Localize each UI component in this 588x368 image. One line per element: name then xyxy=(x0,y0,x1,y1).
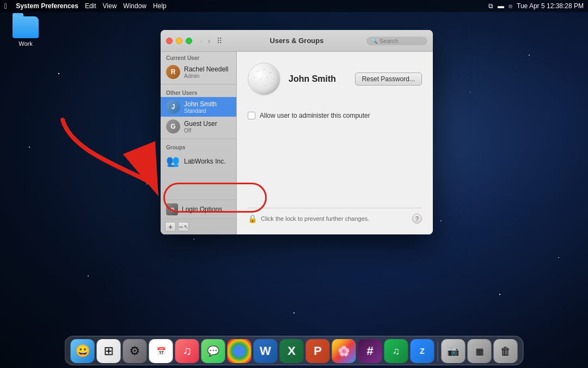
dock-item-image-capture[interactable]: 📷 xyxy=(442,339,465,363)
groups-label: Groups xyxy=(161,141,236,152)
dock: 😀 ⊞ ⚙ 📅 ♫ 💬 W X P 🌸 xyxy=(65,336,524,365)
nav-arrows: ‹ › xyxy=(198,35,212,46)
reset-password-button[interactable]: Reset Password... xyxy=(355,73,422,86)
labworks-name: LabWorks Inc. xyxy=(184,158,225,165)
lock-icon[interactable]: 🔒 xyxy=(248,214,256,223)
music-icon: ♫ xyxy=(182,344,192,358)
forward-arrow[interactable]: › xyxy=(206,35,213,46)
sidebar-divider-1 xyxy=(161,84,236,85)
guest-avatar-image: G xyxy=(166,119,180,134)
sidebar-item-guest[interactable]: G Guest User Off xyxy=(161,117,236,136)
calendar-icon: 📅 xyxy=(156,347,166,355)
slack-icon: # xyxy=(366,344,373,358)
user-header: John Smith Reset Password... xyxy=(248,63,422,95)
rachel-name: Rachel Needell xyxy=(184,65,228,73)
close-button[interactable] xyxy=(166,38,173,44)
word-icon: W xyxy=(260,344,271,358)
guest-role: Off xyxy=(184,128,217,134)
image-capture-icon: 📷 xyxy=(448,345,460,357)
bottom-bar: 🔒 Click the lock to prevent further chan… xyxy=(248,208,422,224)
sidebar-footer: ⚙ Login Options + − ↖ Delete the selecte… xyxy=(161,200,236,234)
desktop:  System Preferences Edit View Window He… xyxy=(0,0,588,368)
menubar-left:  System Preferences Edit View Window He… xyxy=(4,2,167,10)
rachel-info: Rachel Needell Admin xyxy=(184,65,228,79)
dock-item-trash[interactable]: 🗑 xyxy=(494,339,518,363)
dock-item-extras[interactable]: ▦ xyxy=(468,339,492,363)
admin-checkbox-label: Allow user to administer this computer xyxy=(260,112,370,119)
zoom-button[interactable] xyxy=(186,38,192,44)
menubar-wifi-icon: ⌾ xyxy=(509,2,512,10)
dock-item-excel[interactable]: X xyxy=(280,339,304,363)
sidebar: Current User R Rachel Needell Admin Othe… xyxy=(161,52,237,234)
sidebar-item-labworks[interactable]: 👥 LabWorks Inc. xyxy=(161,152,236,171)
dock-item-photos[interactable]: 🌸 xyxy=(332,339,356,363)
rachel-avatar: R xyxy=(166,65,180,79)
other-users-label: Other Users xyxy=(161,87,236,97)
powerpoint-icon: P xyxy=(314,344,322,358)
back-arrow[interactable]: ‹ xyxy=(198,35,205,46)
folder-icon xyxy=(13,16,39,38)
dock-item-spotify[interactable]: ♫ xyxy=(384,339,408,363)
menubar:  System Preferences Edit View Window He… xyxy=(0,0,588,12)
help-button[interactable]: ? xyxy=(412,214,422,224)
search-box[interactable]: 🔍 xyxy=(366,37,427,45)
menubar-dropbox-icon: ⧉ xyxy=(488,2,493,10)
menu-window[interactable]: Window xyxy=(123,2,146,10)
messages-icon: 💬 xyxy=(207,345,219,357)
dock-item-calendar[interactable]: 📅 xyxy=(149,339,173,363)
avatar-image: R xyxy=(166,65,180,79)
dock-item-launchpad[interactable]: ⊞ xyxy=(97,339,121,363)
launchpad-icon: ⊞ xyxy=(104,344,114,358)
dock-item-finder[interactable]: 😀 xyxy=(71,339,95,363)
dock-item-system-preferences[interactable]: ⚙ xyxy=(123,339,147,363)
trash-icon: 🗑 xyxy=(500,345,511,358)
lock-text: Click the lock to prevent further change… xyxy=(261,215,369,222)
cursor-icon: ↖ xyxy=(184,225,188,230)
dock-item-zoom[interactable]: Z xyxy=(411,339,434,363)
sidebar-item-john[interactable]: J John Smith Standard xyxy=(161,97,236,117)
labworks-avatar: 👥 xyxy=(166,154,180,168)
menu-view[interactable]: View xyxy=(103,2,117,10)
menu-edit[interactable]: Edit xyxy=(85,2,96,10)
grid-icon[interactable]: ⠿ xyxy=(217,37,222,45)
menubar-battery-icon: ▬ xyxy=(498,2,504,10)
excel-icon: X xyxy=(287,344,296,358)
remove-user-button[interactable]: − ↖ xyxy=(178,222,189,232)
guest-name: Guest User xyxy=(184,120,217,128)
admin-checkbox[interactable] xyxy=(248,112,255,119)
add-user-button[interactable]: + xyxy=(165,222,176,232)
photos-icon: 🌸 xyxy=(338,345,350,357)
folder-label: Work xyxy=(19,40,32,47)
dock-item-slack[interactable]: # xyxy=(358,339,382,363)
window-title: Users & Groups xyxy=(270,37,324,45)
dock-item-powerpoint[interactable]: P xyxy=(306,339,330,363)
dock-item-messages[interactable]: 💬 xyxy=(201,339,225,363)
traffic-lights xyxy=(166,38,192,44)
window-titlebar: ‹ › ⠿ Users & Groups 🔍 xyxy=(161,30,433,52)
apple-menu[interactable]:  xyxy=(4,2,7,10)
dock-item-chrome[interactable] xyxy=(228,339,252,363)
john-avatar: J xyxy=(166,100,180,114)
search-input[interactable] xyxy=(379,38,423,44)
login-options-label: Login Options xyxy=(182,206,222,213)
desktop-folder-work[interactable]: Work xyxy=(7,16,45,47)
dock-item-word[interactable]: W xyxy=(254,339,278,363)
john-role: Standard xyxy=(184,108,217,114)
menubar-datetime: Tue Apr 5 12:38:28 PM xyxy=(517,2,584,10)
sidebar-bottom-buttons: + − ↖ Delete the selected user account xyxy=(161,219,236,234)
labworks-info: LabWorks Inc. xyxy=(184,158,225,165)
annotation-arrow xyxy=(52,114,171,196)
john-name: John Smith xyxy=(184,100,217,108)
app-name[interactable]: System Preferences xyxy=(16,2,78,10)
minimize-button[interactable] xyxy=(176,38,182,44)
current-user-label: Current User xyxy=(161,52,236,62)
login-options-item[interactable]: ⚙ Login Options xyxy=(161,200,236,219)
admin-checkbox-row: Allow user to administer this computer xyxy=(248,112,422,119)
extras-icon: ▦ xyxy=(475,346,483,357)
sidebar-item-rachel[interactable]: R Rachel Needell Admin xyxy=(161,62,236,82)
guest-avatar: G xyxy=(166,119,180,134)
window-body: Current User R Rachel Needell Admin Othe… xyxy=(161,52,433,234)
dock-item-music[interactable]: ♫ xyxy=(175,339,199,363)
login-icon: ⚙ xyxy=(166,203,178,215)
menu-help[interactable]: Help xyxy=(153,2,167,10)
